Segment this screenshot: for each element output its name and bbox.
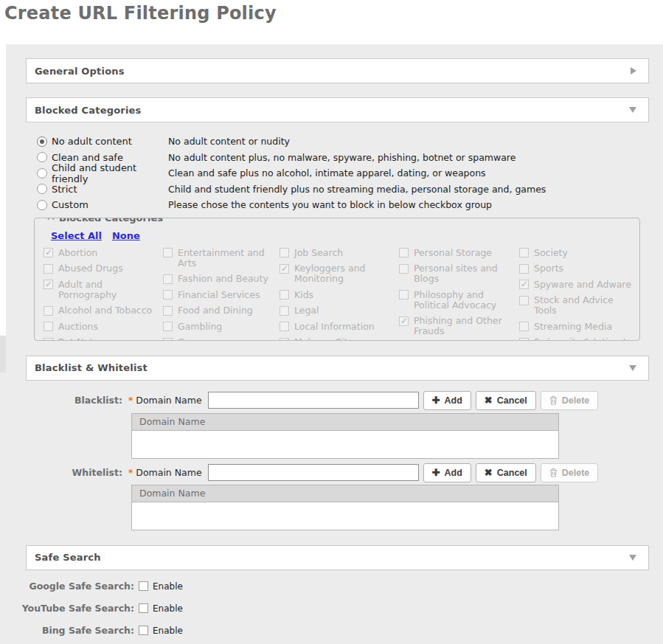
whitelist-domain-input[interactable]: [208, 464, 419, 481]
category-item: Phishing and Other Frauds: [399, 316, 519, 336]
enable-label: Enable: [153, 581, 183, 592]
category-checkbox-abused-drugs[interactable]: [44, 264, 53, 274]
radio-label: Clean and safe: [52, 152, 168, 163]
chevron-down-icon: [629, 365, 636, 371]
safe-search-label: Bing Safe Search:: [6, 625, 134, 636]
category-checkbox-alcohol-and-tobacco[interactable]: [44, 306, 53, 316]
enable-checkbox-youtube-safe-search[interactable]: [139, 603, 148, 613]
category-checkbox-entertainment-and-arts[interactable]: [163, 248, 173, 257]
category-item: Abortion: [44, 248, 163, 258]
category-checkbox-local-information[interactable]: [280, 322, 289, 331]
category-checkbox-malware-sites[interactable]: [280, 338, 289, 341]
category-item: Personal Storage: [399, 248, 519, 258]
enable-label: Enable: [153, 603, 183, 614]
category-label: Phishing and Other Frauds: [414, 316, 519, 336]
category-column: SocietySportsSpyware and AdwareStock and…: [519, 248, 636, 341]
category-checkbox-abortion[interactable]: [44, 248, 53, 257]
category-item: Malware Sites: [280, 337, 399, 341]
category-checkbox-games[interactable]: [163, 338, 173, 341]
whitelist-table-body: [131, 502, 559, 530]
radio-custom[interactable]: [37, 200, 47, 210]
category-label: Streaming Media: [534, 322, 612, 332]
category-item: Personal sites and Blogs: [399, 263, 519, 284]
section-title: General Options: [35, 66, 125, 77]
enable-checkbox-bing-safe-search[interactable]: [139, 626, 148, 635]
category-checkbox-gambling[interactable]: [163, 322, 173, 331]
category-item: Bot Nets: [44, 337, 163, 341]
blacklist-entry-row: Blacklist: * Domain Name ✚Add ✖Cancel De…: [6, 391, 663, 410]
fieldset-legend[interactable]: Blocked Categories: [42, 218, 167, 224]
category-label: Adult and Pornography: [58, 280, 163, 300]
category-checkbox-swimsuits-intimate-apparel[interactable]: [519, 338, 529, 341]
category-checkbox-bot-nets[interactable]: [44, 338, 53, 341]
category-label: Financial Services: [178, 290, 260, 300]
section-header-general-options[interactable]: General Options: [26, 58, 649, 83]
enable-checkbox-google-safe-search[interactable]: [139, 581, 148, 591]
whitelist-cancel-button[interactable]: ✖Cancel: [476, 463, 536, 482]
section-header-blocked-categories[interactable]: Blocked Categories: [26, 97, 649, 122]
category-item: Games: [163, 337, 280, 341]
section-header-safe-search[interactable]: Safe Search: [26, 545, 649, 570]
category-label: Fashion and Beauty: [178, 274, 268, 284]
category-checkbox-keyloggers-and-monitoring[interactable]: [280, 264, 289, 274]
category-checkbox-phishing-and-other-frauds[interactable]: [399, 316, 409, 326]
none-link[interactable]: None: [112, 230, 140, 241]
required-mark: *: [128, 468, 133, 478]
radio-clean-and-safe[interactable]: [37, 152, 47, 162]
page-title: Create URL Filtering Policy: [4, 3, 277, 24]
category-column: AbortionAbused DrugsAdult and Pornograph…: [44, 248, 163, 341]
category-checkbox-society[interactable]: [519, 248, 529, 257]
category-checkbox-stock-and-advice-tools[interactable]: [519, 296, 529, 305]
blacklist-delete-button[interactable]: Delete: [541, 391, 599, 410]
category-checkbox-kids[interactable]: [280, 290, 289, 300]
blacklist-cancel-button[interactable]: ✖Cancel: [476, 391, 536, 410]
preset-description: No adult content plus, no malware, spywa…: [168, 152, 516, 163]
blacklist-table-body: [131, 431, 559, 459]
x-icon: ✖: [485, 395, 493, 405]
category-checkbox-auctions[interactable]: [44, 322, 53, 331]
blacklist-table-header[interactable]: Domain Name: [131, 413, 559, 431]
category-label: Games: [178, 337, 210, 341]
category-item: Sports: [519, 263, 636, 274]
category-checkbox-food-and-dining[interactable]: [163, 306, 173, 316]
whitelist-add-button[interactable]: ✚Add: [423, 463, 471, 482]
category-checkbox-job-search[interactable]: [280, 248, 289, 257]
category-label: Stock and Advice Tools: [534, 295, 636, 316]
category-checkbox-streaming-media[interactable]: [519, 322, 529, 331]
category-checkbox-fashion-and-beauty[interactable]: [163, 274, 173, 284]
category-checkbox-personal-sites-and-blogs[interactable]: [399, 264, 409, 274]
category-item: Adult and Pornography: [44, 280, 163, 300]
blacklist-domain-input[interactable]: [208, 392, 419, 409]
section-title: Blocked Categories: [35, 105, 142, 116]
x-icon: ✖: [485, 468, 493, 477]
radio-child-and-student-friendly[interactable]: [37, 168, 47, 179]
whitelist-table-header[interactable]: Domain Name: [131, 485, 559, 502]
category-checkbox-adult-and-pornography[interactable]: [44, 280, 53, 289]
safe-search-row: YouTube Safe Search:Enable: [6, 603, 663, 614]
category-item: Swimsuits & Intimate Apparel: [519, 337, 636, 341]
category-column: Job SearchKeyloggers and MonitoringKidsL…: [280, 248, 399, 341]
whitelist-delete-button[interactable]: Delete: [541, 463, 599, 482]
category-item: Food and Dining: [163, 305, 280, 316]
section-header-blacklist-whitelist[interactable]: Blacklist & Whitelist: [26, 356, 649, 381]
category-checkbox-philosophy-and-political-advocacy[interactable]: [399, 290, 409, 300]
category-checkbox-sports[interactable]: [519, 264, 529, 274]
category-label: Job Search: [294, 248, 343, 258]
category-checkbox-financial-services[interactable]: [163, 290, 173, 300]
preset-row: StrictChild and student friendly plus no…: [6, 181, 663, 198]
preset-description: Clean and safe plus no alcohol, intimate…: [168, 167, 486, 179]
category-item: Legal: [280, 305, 399, 316]
category-checkbox-spyware-and-adware[interactable]: [519, 280, 529, 289]
blacklist-add-button[interactable]: ✚Add: [423, 391, 471, 410]
category-checkbox-legal[interactable]: [280, 306, 289, 316]
select-all-link[interactable]: Select All: [51, 230, 102, 241]
category-column: Personal StoragePersonal sites and Blogs…: [399, 248, 519, 341]
category-label: Keyloggers and Monitoring: [294, 263, 399, 284]
category-item: Fashion and Beauty: [163, 274, 280, 284]
category-item: Auctions: [44, 322, 163, 332]
radio-strict[interactable]: [37, 184, 47, 194]
radio-no-adult-content[interactable]: [37, 136, 47, 147]
safe-search-row: Google Safe Search:Enable: [6, 581, 663, 592]
category-checkbox-personal-storage[interactable]: [399, 248, 409, 257]
category-label: Spyware and Adware: [534, 280, 631, 290]
